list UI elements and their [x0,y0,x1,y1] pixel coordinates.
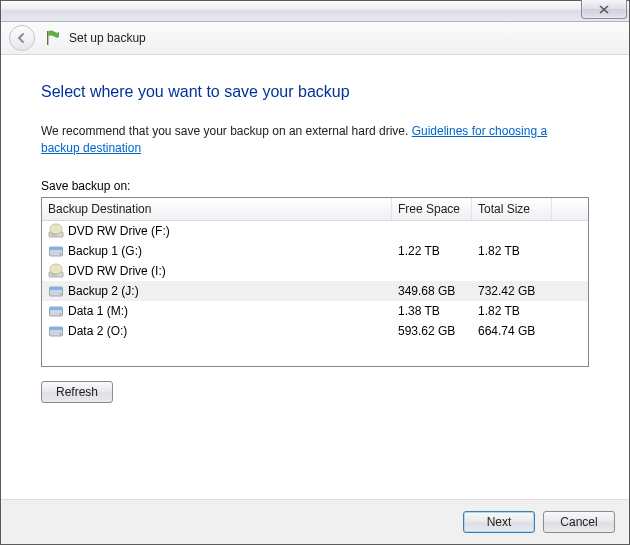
column-header-spacer [552,198,588,220]
save-on-label: Save backup on: [41,179,589,193]
destination-name: Data 2 (O:) [68,324,127,338]
svg-point-14 [60,293,62,295]
cell-destination: DVD RW Drive (F:) [42,223,392,239]
recommendation-label: We recommend that you save your backup o… [41,124,412,138]
table-body: DVD RW Drive (F:)Backup 1 (G:)1.22 TB1.8… [42,221,588,341]
hard-drive-icon [48,303,64,319]
table-row[interactable]: DVD RW Drive (I:) [42,261,588,281]
table-row[interactable]: DVD RW Drive (F:) [42,221,588,241]
table-row[interactable]: Data 1 (M:)1.38 TB1.82 TB [42,301,588,321]
column-header-total-size[interactable]: Total Size [472,198,552,220]
cell-total-size: 1.82 TB [472,304,552,318]
backup-flag-icon [43,29,61,47]
wizard-footer: Next Cancel [1,499,629,544]
recommendation-text: We recommend that you save your backup o… [41,123,589,157]
svg-rect-0 [47,31,48,45]
destination-name: Data 1 (M:) [68,304,128,318]
svg-rect-13 [50,287,63,290]
cell-total-size: 1.82 TB [472,244,552,258]
cell-destination: Backup 2 (J:) [42,283,392,299]
cell-total-size: 732.42 GB [472,284,552,298]
svg-point-4 [55,227,57,229]
cell-free-space: 1.22 TB [392,244,472,258]
hard-drive-icon [48,323,64,339]
wizard-window: Set up backup Select where you want to s… [0,0,630,545]
hard-drive-icon [48,243,64,259]
refresh-button[interactable]: Refresh [41,381,113,403]
next-button[interactable]: Next [463,511,535,533]
column-header-free-space[interactable]: Free Space [392,198,472,220]
svg-point-20 [60,333,62,335]
table-row[interactable]: Backup 1 (G:)1.22 TB1.82 TB [42,241,588,261]
cell-free-space: 593.62 GB [392,324,472,338]
dvd-drive-icon [48,263,64,279]
wizard-header: Set up backup [1,22,629,55]
column-header-destination[interactable]: Backup Destination [42,198,392,220]
svg-rect-6 [50,247,63,250]
destination-name: Backup 1 (G:) [68,244,142,258]
back-button[interactable] [9,25,35,51]
page-heading: Select where you want to save your backu… [41,83,589,101]
wizard-content: Select where you want to save your backu… [1,55,629,499]
cell-destination: Data 2 (O:) [42,323,392,339]
close-icon [599,5,609,14]
destination-name: DVD RW Drive (F:) [68,224,170,238]
cell-destination: Backup 1 (G:) [42,243,392,259]
back-arrow-icon [16,32,28,44]
cancel-button[interactable]: Cancel [543,511,615,533]
destination-name: DVD RW Drive (I:) [68,264,166,278]
table-header: Backup Destination Free Space Total Size [42,198,588,221]
destination-name: Backup 2 (J:) [68,284,139,298]
svg-point-17 [60,313,62,315]
cell-total-size: 664.74 GB [472,324,552,338]
cell-free-space: 349.68 GB [392,284,472,298]
cell-destination: Data 1 (M:) [42,303,392,319]
svg-point-11 [55,267,57,269]
svg-rect-16 [50,307,63,310]
svg-point-7 [60,253,62,255]
titlebar [1,1,629,22]
close-button[interactable] [581,0,627,19]
cell-free-space: 1.38 TB [392,304,472,318]
cell-destination: DVD RW Drive (I:) [42,263,392,279]
header-title: Set up backup [69,31,146,45]
destination-table: Backup Destination Free Space Total Size… [41,197,589,367]
dvd-drive-icon [48,223,64,239]
hard-drive-icon [48,283,64,299]
table-row[interactable]: Data 2 (O:)593.62 GB664.74 GB [42,321,588,341]
svg-rect-19 [50,327,63,330]
table-row[interactable]: Backup 2 (J:)349.68 GB732.42 GB [42,281,588,301]
